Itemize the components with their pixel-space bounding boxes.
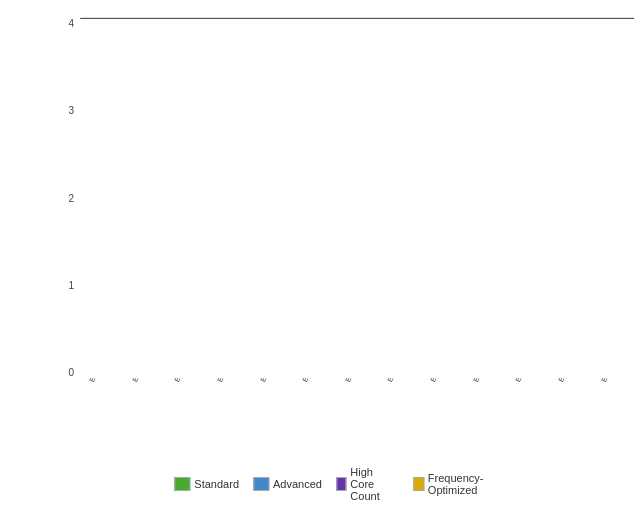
legend-label: Standard (194, 478, 239, 490)
legend-label: High Core Count (350, 466, 399, 502)
y-tick-4: 4 (56, 18, 74, 29)
x-label: ES-2660v3 (251, 378, 294, 387)
y-tick-0: 0 (56, 367, 74, 378)
x-label: ES-2698v3 (506, 378, 549, 387)
legend-item: Frequency-Optimized (413, 472, 491, 496)
chart-container: 4 3 2 1 0 ES-2620v3ES-2630v3ES-2640v3ES-… (0, 0, 634, 510)
legend-label: Advanced (273, 478, 322, 490)
x-label: ES-2650v3 (208, 378, 251, 387)
plot-area (80, 18, 634, 19)
x-label: ES-2683v3 (378, 378, 421, 387)
x-label: ES-2699v3 (549, 378, 592, 387)
y-tick-1: 1 (56, 280, 74, 291)
x-label: ES-2670v3 (293, 378, 336, 387)
x-label: ES-2697v3 (464, 378, 507, 387)
legend-swatch (174, 477, 190, 491)
legend-item: Advanced (253, 477, 322, 491)
legend: StandardAdvancedHigh Core CountFrequency… (174, 466, 491, 502)
x-label: ES-2680v3 (336, 378, 379, 387)
legend-swatch (336, 477, 346, 491)
y-tick-2: 2 (56, 193, 74, 204)
legend-swatch (253, 477, 269, 491)
x-label: ES-2620v3 (80, 378, 123, 387)
y-tick-3: 3 (56, 105, 74, 116)
legend-item: Standard (174, 477, 239, 491)
legend-item: High Core Count (336, 466, 399, 502)
x-label: ES-2640v3 (165, 378, 208, 387)
legend-swatch (413, 477, 423, 491)
x-label: ES-2623v3 (592, 378, 624, 387)
legend-label: Frequency-Optimized (428, 472, 491, 496)
chart-area: 4 3 2 1 0 ES-2620v3ES-2630v3ES-2640v3ES-… (70, 18, 624, 408)
x-label: ES-2630v3 (123, 378, 166, 387)
x-label: ES-2695v3 (421, 378, 464, 387)
